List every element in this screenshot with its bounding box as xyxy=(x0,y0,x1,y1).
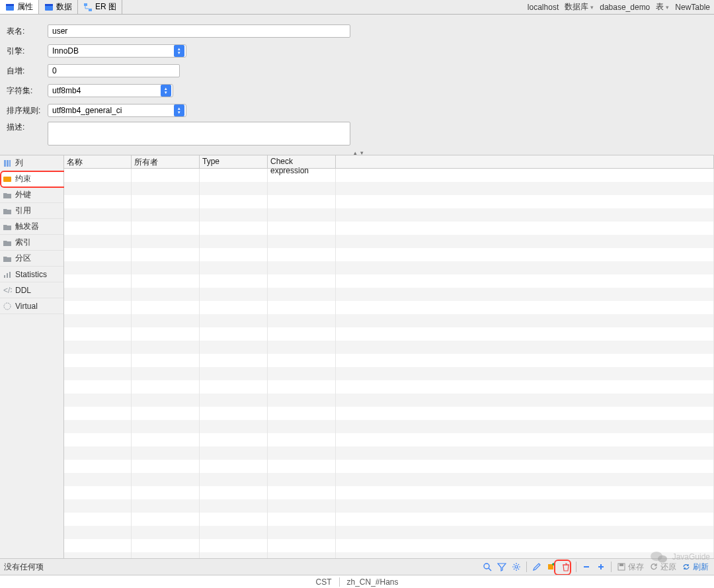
collation-select[interactable] xyxy=(48,104,186,117)
sidebar-item-indexes[interactable]: 索引 xyxy=(0,235,63,251)
sidebar-item-label: 索引 xyxy=(15,237,31,248)
sidebar-item-virtual[interactable]: Virtual xyxy=(0,298,63,314)
table-row[interactable] xyxy=(64,301,714,314)
charset-value[interactable] xyxy=(48,85,161,97)
delete-icon[interactable] xyxy=(560,561,572,573)
table-row[interactable] xyxy=(64,552,714,558)
table-row[interactable] xyxy=(64,513,714,526)
tab-data[interactable]: 数据 xyxy=(39,0,78,14)
table-row[interactable] xyxy=(64,274,714,288)
stepper-icon[interactable] xyxy=(161,85,171,97)
table-row[interactable] xyxy=(64,327,714,341)
table-row[interactable] xyxy=(64,420,714,433)
top-bar: 属性 数据 ER 图 localhost 数据库▾ dabase_demo 表▾… xyxy=(0,0,714,15)
sidebar-item-ddl[interactable]: </>DDL xyxy=(0,282,63,298)
autoincrement-input[interactable] xyxy=(48,64,180,77)
timezone-label: CST xyxy=(315,577,331,587)
table-row[interactable] xyxy=(64,182,714,195)
crumb-tables[interactable]: 表▾ xyxy=(653,1,670,13)
save-button[interactable]: 保存 xyxy=(615,562,645,573)
table-row[interactable] xyxy=(64,235,714,248)
tab-label: 数据 xyxy=(56,1,72,13)
table-row[interactable] xyxy=(64,314,714,327)
refresh-button[interactable]: 刷新 xyxy=(680,562,710,573)
table-row[interactable] xyxy=(64,248,714,261)
table-row[interactable] xyxy=(64,460,714,473)
table-row[interactable] xyxy=(64,261,714,274)
table-row[interactable] xyxy=(64,341,714,354)
table-row[interactable] xyxy=(64,486,714,499)
table-row[interactable] xyxy=(64,539,714,552)
crumb-databases[interactable]: 数据库▾ xyxy=(561,1,595,13)
button-label: 保存 xyxy=(628,562,644,573)
svg-rect-3 xyxy=(45,4,53,6)
search-icon[interactable] xyxy=(481,561,493,573)
sidebar-item-triggers[interactable]: 触发器 xyxy=(0,219,63,235)
gear-icon[interactable] xyxy=(510,561,522,573)
folder-icon xyxy=(3,190,12,200)
table-row[interactable] xyxy=(64,433,714,446)
crumb-label: 表 xyxy=(656,1,664,13)
svg-text:</>: </> xyxy=(3,286,12,295)
grid-col-type[interactable]: Type xyxy=(200,155,268,168)
sidebar-item-partitions[interactable]: 分区 xyxy=(0,251,63,267)
sidebar-item-references[interactable]: 引用 xyxy=(0,203,63,219)
folder-icon xyxy=(3,238,12,247)
table-row[interactable] xyxy=(64,208,714,222)
table-row[interactable] xyxy=(64,354,714,367)
description-input[interactable] xyxy=(48,122,350,146)
table-row[interactable] xyxy=(64,169,714,182)
filter-icon[interactable] xyxy=(496,561,508,573)
plus-icon[interactable] xyxy=(595,561,607,573)
engine-value[interactable] xyxy=(48,45,174,57)
grid-col-owner[interactable]: 所有者 xyxy=(132,155,200,168)
collation-value[interactable] xyxy=(48,105,174,116)
locale-label: zh_CN_#Hans xyxy=(339,577,398,587)
folder-icon xyxy=(3,254,12,263)
table-icon xyxy=(5,3,15,12)
tab-er-diagram[interactable]: ER 图 xyxy=(78,0,122,14)
grid-body[interactable] xyxy=(64,169,714,558)
minus-icon[interactable] xyxy=(580,561,592,573)
sidebar-item-columns[interactable]: 列 xyxy=(0,155,63,171)
table-row[interactable] xyxy=(64,499,714,513)
svg-point-21 xyxy=(484,564,489,569)
edit-icon[interactable] xyxy=(531,561,543,573)
sidebar-item-constraints[interactable]: 约束 xyxy=(0,171,63,187)
crumb-host[interactable]: localhost xyxy=(524,3,560,12)
sidebar-item-label: 列 xyxy=(15,157,23,169)
stepper-icon[interactable] xyxy=(174,105,184,116)
crumb-label: localhost xyxy=(528,3,559,12)
tab-label: ER 图 xyxy=(95,1,116,13)
crumb-table[interactable]: NewTable xyxy=(672,3,711,12)
sidebar-item-statistics[interactable]: Statistics xyxy=(0,267,63,282)
stepper-icon[interactable] xyxy=(174,45,184,57)
revert-button[interactable]: 还原 xyxy=(648,562,678,573)
table-row[interactable] xyxy=(64,407,714,420)
table-row[interactable] xyxy=(64,222,714,235)
grid-col-name[interactable]: 名称 xyxy=(64,155,132,168)
sidebar-item-label: Virtual xyxy=(15,302,38,311)
grid-col-check[interactable]: Check expression xyxy=(268,155,336,168)
tab-properties[interactable]: 属性 xyxy=(0,0,39,14)
crumb-label: 数据库 xyxy=(565,1,588,13)
charset-select[interactable] xyxy=(48,84,173,97)
table-row[interactable] xyxy=(64,195,714,208)
svg-rect-16 xyxy=(4,275,5,278)
table-row[interactable] xyxy=(64,526,714,539)
button-label: 还原 xyxy=(660,562,676,573)
table-row[interactable] xyxy=(64,380,714,394)
sidebar-item-foreign-keys[interactable]: 外键 xyxy=(0,187,63,203)
label-autoincrement: 自增: xyxy=(7,65,48,77)
table-row[interactable] xyxy=(64,446,714,460)
constraints-grid: 名称 所有者 Type Check expression xyxy=(64,155,714,558)
crumb-database[interactable]: dabase_demo xyxy=(596,3,651,12)
table-row[interactable] xyxy=(64,288,714,301)
add-row-icon[interactable] xyxy=(545,561,557,573)
table-name-input[interactable] xyxy=(48,24,350,38)
table-row[interactable] xyxy=(64,367,714,380)
svg-line-22 xyxy=(489,568,491,571)
table-row[interactable] xyxy=(64,394,714,407)
table-row[interactable] xyxy=(64,473,714,486)
engine-select[interactable] xyxy=(48,44,186,58)
